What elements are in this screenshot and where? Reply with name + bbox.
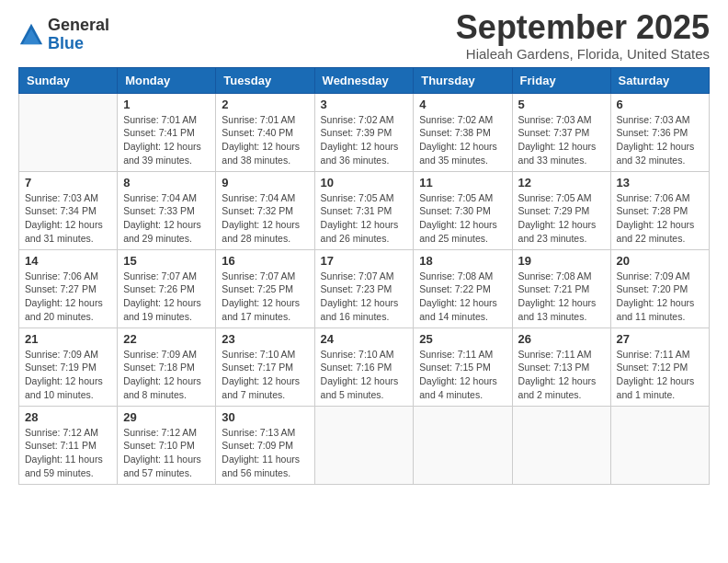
day-number: 10 [321, 176, 408, 190]
day-number: 17 [321, 254, 408, 268]
calendar-cell: 26Sunrise: 7:11 AM Sunset: 7:13 PM Dayli… [512, 327, 610, 406]
calendar-header-thursday: Thursday [414, 67, 512, 93]
day-number: 12 [518, 176, 605, 190]
day-info: Sunrise: 7:12 AM Sunset: 7:10 PM Dayligh… [123, 426, 210, 480]
day-info: Sunrise: 7:04 AM Sunset: 7:33 PM Dayligh… [123, 191, 210, 246]
day-info: Sunrise: 7:07 AM Sunset: 7:23 PM Dayligh… [321, 270, 408, 324]
day-number: 20 [617, 254, 703, 268]
logo: General Blue [18, 17, 109, 53]
day-number: 16 [222, 254, 308, 268]
day-number: 11 [419, 176, 506, 190]
calendar-cell: 13Sunrise: 7:06 AM Sunset: 7:28 PM Dayli… [610, 171, 709, 249]
day-number: 1 [123, 98, 210, 111]
calendar-cell: 2Sunrise: 7:01 AM Sunset: 7:40 PM Daylig… [216, 93, 314, 171]
day-number: 9 [222, 176, 308, 190]
calendar-cell: 25Sunrise: 7:11 AM Sunset: 7:15 PM Dayli… [414, 327, 512, 406]
day-info: Sunrise: 7:08 AM Sunset: 7:22 PM Dayligh… [419, 270, 506, 324]
calendar-table: SundayMondayTuesdayWednesdayThursdayFrid… [18, 67, 710, 485]
day-info: Sunrise: 7:03 AM Sunset: 7:34 PM Dayligh… [25, 191, 111, 246]
day-info: Sunrise: 7:05 AM Sunset: 7:31 PM Dayligh… [321, 191, 408, 246]
day-number: 4 [419, 98, 506, 111]
calendar-cell: 8Sunrise: 7:04 AM Sunset: 7:33 PM Daylig… [118, 171, 216, 249]
day-number: 26 [518, 332, 605, 346]
day-info: Sunrise: 7:11 AM Sunset: 7:15 PM Dayligh… [419, 348, 506, 402]
calendar-cell: 15Sunrise: 7:07 AM Sunset: 7:26 PM Dayli… [118, 249, 216, 327]
day-info: Sunrise: 7:10 AM Sunset: 7:17 PM Dayligh… [222, 348, 308, 402]
day-info: Sunrise: 7:01 AM Sunset: 7:40 PM Dayligh… [222, 113, 308, 167]
calendar-header-wednesday: Wednesday [314, 67, 414, 93]
calendar-header-friday: Friday [512, 67, 610, 93]
calendar-cell: 3Sunrise: 7:02 AM Sunset: 7:39 PM Daylig… [314, 93, 414, 171]
day-number: 30 [222, 410, 308, 424]
day-info: Sunrise: 7:05 AM Sunset: 7:29 PM Dayligh… [518, 191, 605, 246]
calendar-cell: 29Sunrise: 7:12 AM Sunset: 7:10 PM Dayli… [118, 406, 216, 484]
calendar-cell: 11Sunrise: 7:05 AM Sunset: 7:30 PM Dayli… [414, 171, 512, 249]
day-number: 7 [25, 176, 111, 190]
day-info: Sunrise: 7:06 AM Sunset: 7:27 PM Dayligh… [25, 270, 111, 324]
day-number: 27 [617, 332, 703, 346]
calendar-week-row: 21Sunrise: 7:09 AM Sunset: 7:19 PM Dayli… [19, 327, 710, 406]
calendar-cell: 6Sunrise: 7:03 AM Sunset: 7:36 PM Daylig… [610, 93, 709, 171]
calendar-cell: 9Sunrise: 7:04 AM Sunset: 7:32 PM Daylig… [216, 171, 314, 249]
day-info: Sunrise: 7:03 AM Sunset: 7:36 PM Dayligh… [617, 113, 703, 167]
day-number: 2 [222, 98, 308, 111]
day-number: 21 [25, 332, 111, 346]
calendar-week-row: 7Sunrise: 7:03 AM Sunset: 7:34 PM Daylig… [19, 171, 710, 249]
day-number: 6 [617, 98, 703, 111]
day-number: 29 [123, 410, 210, 424]
day-number: 19 [518, 254, 605, 268]
day-number: 25 [419, 332, 506, 346]
day-info: Sunrise: 7:03 AM Sunset: 7:37 PM Dayligh… [518, 113, 605, 167]
calendar-cell: 17Sunrise: 7:07 AM Sunset: 7:23 PM Dayli… [314, 249, 414, 327]
month-title: September 2025 [456, 9, 710, 46]
calendar-cell: 19Sunrise: 7:08 AM Sunset: 7:21 PM Dayli… [512, 249, 610, 327]
day-info: Sunrise: 7:09 AM Sunset: 7:20 PM Dayligh… [617, 270, 703, 324]
calendar-header-row: SundayMondayTuesdayWednesdayThursdayFrid… [19, 67, 710, 93]
calendar-cell: 20Sunrise: 7:09 AM Sunset: 7:20 PM Dayli… [610, 249, 709, 327]
day-number: 28 [25, 410, 111, 424]
calendar-header-tuesday: Tuesday [216, 67, 314, 93]
calendar-cell [610, 406, 709, 484]
logo-blue-text: Blue [48, 35, 109, 53]
day-info: Sunrise: 7:11 AM Sunset: 7:12 PM Dayligh… [617, 348, 703, 402]
calendar-cell: 22Sunrise: 7:09 AM Sunset: 7:18 PM Dayli… [118, 327, 216, 406]
calendar-cell: 4Sunrise: 7:02 AM Sunset: 7:38 PM Daylig… [414, 93, 512, 171]
calendar-cell: 1Sunrise: 7:01 AM Sunset: 7:41 PM Daylig… [118, 93, 216, 171]
calendar-cell: 30Sunrise: 7:13 AM Sunset: 7:09 PM Dayli… [216, 406, 314, 484]
day-number: 24 [321, 332, 408, 346]
location-title: Hialeah Gardens, Florida, United States [456, 46, 710, 62]
day-info: Sunrise: 7:01 AM Sunset: 7:41 PM Dayligh… [123, 113, 210, 167]
calendar-cell [19, 93, 118, 171]
calendar-cell: 16Sunrise: 7:07 AM Sunset: 7:25 PM Dayli… [216, 249, 314, 327]
page-header: General Blue September 2025 Hialeah Gard… [18, 9, 710, 62]
day-number: 23 [222, 332, 308, 346]
day-number: 18 [419, 254, 506, 268]
calendar-week-row: 28Sunrise: 7:12 AM Sunset: 7:11 PM Dayli… [19, 406, 710, 484]
day-info: Sunrise: 7:04 AM Sunset: 7:32 PM Dayligh… [222, 191, 308, 246]
calendar-cell [512, 406, 610, 484]
day-number: 14 [25, 254, 111, 268]
day-info: Sunrise: 7:09 AM Sunset: 7:18 PM Dayligh… [123, 348, 210, 402]
calendar-cell: 5Sunrise: 7:03 AM Sunset: 7:37 PM Daylig… [512, 93, 610, 171]
logo-general-text: General [48, 17, 109, 35]
calendar-cell: 12Sunrise: 7:05 AM Sunset: 7:29 PM Dayli… [512, 171, 610, 249]
day-info: Sunrise: 7:08 AM Sunset: 7:21 PM Dayligh… [518, 270, 605, 324]
day-number: 22 [123, 332, 210, 346]
calendar-header-saturday: Saturday [610, 67, 709, 93]
day-info: Sunrise: 7:06 AM Sunset: 7:28 PM Dayligh… [617, 191, 703, 246]
day-number: 13 [617, 176, 703, 190]
calendar-cell [314, 406, 414, 484]
day-number: 8 [123, 176, 210, 190]
calendar-cell: 7Sunrise: 7:03 AM Sunset: 7:34 PM Daylig… [19, 171, 118, 249]
calendar-cell: 28Sunrise: 7:12 AM Sunset: 7:11 PM Dayli… [19, 406, 118, 484]
logo-icon [18, 22, 44, 48]
day-info: Sunrise: 7:05 AM Sunset: 7:30 PM Dayligh… [419, 191, 506, 246]
day-info: Sunrise: 7:11 AM Sunset: 7:13 PM Dayligh… [518, 348, 605, 402]
calendar-cell: 21Sunrise: 7:09 AM Sunset: 7:19 PM Dayli… [19, 327, 118, 406]
title-area: September 2025 Hialeah Gardens, Florida,… [456, 9, 710, 62]
calendar-cell: 18Sunrise: 7:08 AM Sunset: 7:22 PM Dayli… [414, 249, 512, 327]
calendar-header-monday: Monday [118, 67, 216, 93]
day-number: 15 [123, 254, 210, 268]
day-number: 3 [321, 98, 408, 111]
calendar-cell [414, 406, 512, 484]
